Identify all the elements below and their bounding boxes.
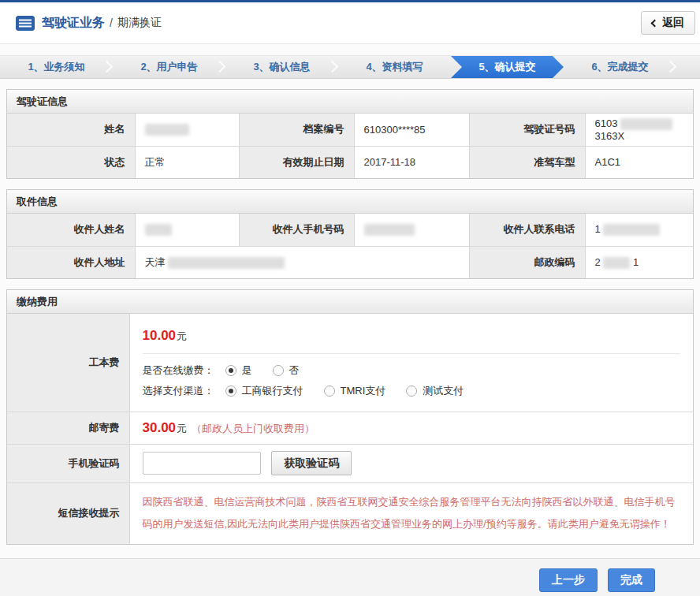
pickup-info-section: 取件信息 收件人姓名 收件人手机号码 收件人联系电话 1 收件人地址 天津 邮政… [6, 189, 694, 279]
status-value: 正常 [135, 146, 239, 178]
postal-suffix: 1 [633, 256, 639, 268]
sms-notice-text: 因陕西省联通、电信运营商技术问题，陕西省互联网交通安全综合服务管理平台无法向持陕… [143, 486, 681, 541]
page-title: 驾驶证业务 [42, 15, 105, 32]
table-row: 邮寄费 30.00元（邮政人员上门收取费用） [7, 412, 693, 444]
sms-notice-cell: 因陕西省联通、电信运营商技术问题，陕西省互联网交通安全综合服务管理平台无法向持陕… [129, 482, 693, 544]
mail-fee-value: 30.00元（邮政人员上门收取费用） [129, 412, 693, 444]
redacted-value [620, 118, 672, 130]
redacted-value [145, 224, 172, 236]
sms-code-input[interactable] [143, 452, 261, 475]
step-4-fill-data[interactable]: 4、资料填写 [338, 56, 451, 78]
address-prefix: 天津 [145, 256, 166, 268]
license-number-label: 驾驶证号码 [469, 114, 585, 146]
valid-until-value: 2017-11-18 [354, 146, 469, 178]
radio-unselected-icon [273, 365, 284, 376]
radio-option-yes[interactable]: 是 [225, 363, 252, 378]
postal-code-label: 邮政编码 [469, 246, 585, 278]
online-payment-question-row: 是否在线缴费： 是 否 [143, 363, 681, 378]
production-fee-unit: 元 [177, 330, 187, 342]
payment-channel-question-row: 选择支付渠道： 工商银行支付 TMRI支付 测试支付 [143, 384, 681, 398]
radio-option-icbc-pay[interactable]: 工商银行支付 [225, 384, 303, 398]
fees-section: 缴纳费用 工本费 10.00元 是否在线缴费： 是 否 [6, 289, 694, 545]
pickup-section-title: 取件信息 [7, 190, 693, 214]
redacted-value [603, 224, 660, 236]
phone-prefix: 1 [595, 223, 601, 235]
radio-option-test-pay[interactable]: 测试支付 [406, 384, 464, 398]
radio-option-tmri-pay[interactable]: TMRI支付 [324, 384, 386, 398]
status-label: 状态 [7, 146, 135, 178]
mail-fee-label: 邮寄费 [7, 412, 129, 444]
table-row: 短信接收提示 因陕西省联通、电信运营商技术问题，陕西省互联网交通安全综合服务管理… [7, 482, 693, 544]
footer-action-bar: 上一步 完成 [0, 558, 700, 596]
get-sms-code-button[interactable]: 获取验证码 [271, 451, 352, 475]
radio-option-no[interactable]: 否 [273, 363, 300, 378]
step-5-confirm-submit-active[interactable]: 5、确认提交 [451, 56, 564, 78]
file-number-label: 档案编号 [239, 114, 354, 146]
name-label: 姓名 [7, 114, 135, 146]
table-row: 姓名 档案编号 610300****85 驾驶证号码 6103 3163X [7, 114, 693, 146]
sms-notice-label: 短信接收提示 [7, 482, 129, 544]
table-row: 手机验证码 获取验证码 [7, 444, 693, 482]
recipient-name-value [135, 214, 239, 246]
recipient-phone-label: 收件人联系电话 [469, 214, 585, 246]
divider [143, 353, 681, 354]
license-info-section: 驾驶证信息 姓名 档案编号 610300****85 驾驶证号码 6103 31… [6, 89, 694, 179]
mail-fee-unit: 元 [177, 423, 187, 434]
license-section-title: 驾驶证信息 [7, 90, 693, 114]
radio-selected-icon [225, 386, 236, 397]
pickup-info-table: 收件人姓名 收件人手机号码 收件人联系电话 1 收件人地址 天津 邮政编码 2 … [7, 214, 693, 278]
radio-option-yes-label: 是 [242, 363, 252, 378]
license-info-table: 姓名 档案编号 610300****85 驾驶证号码 6103 3163X 状态… [7, 114, 693, 178]
postal-code-value: 2 1 [585, 246, 693, 278]
payment-channel-question: 选择支付渠道： [143, 384, 214, 398]
recipient-name-label: 收件人姓名 [7, 214, 135, 246]
step-1-business-notice[interactable]: 1、业务须知 [0, 56, 113, 78]
radio-unselected-icon [324, 386, 335, 397]
finish-button[interactable]: 完成 [608, 568, 655, 592]
redacted-value [168, 257, 285, 269]
license-number-value: 6103 3163X [585, 114, 693, 146]
chevron-left-icon [651, 20, 659, 28]
valid-until-label: 有效期止日期 [239, 146, 354, 178]
page-header: 驾驶证业务 / 期满换证 返回 [0, 2, 700, 44]
step-2-user-declaration[interactable]: 2、用户申告 [113, 56, 225, 78]
radio-option-test-label: 测试支付 [423, 384, 464, 398]
radio-option-icbc-label: 工商银行支付 [242, 384, 303, 398]
radio-unselected-icon [406, 386, 417, 397]
step-3-confirm-info[interactable]: 3、确认信息 [225, 56, 338, 78]
recipient-address-label: 收件人地址 [7, 246, 135, 278]
table-row: 状态 正常 有效期止日期 2017-11-18 准驾车型 A1C1 [7, 146, 693, 178]
previous-step-button[interactable]: 上一步 [539, 568, 598, 592]
sms-code-label: 手机验证码 [7, 444, 129, 482]
fees-section-title: 缴纳费用 [7, 290, 693, 314]
postal-prefix: 2 [595, 256, 601, 268]
radio-selected-icon [225, 365, 236, 376]
recipient-mobile-label: 收件人手机号码 [239, 214, 354, 246]
mail-fee-amount: 30.00 [143, 420, 177, 435]
name-value [135, 114, 239, 146]
breadcrumb: 驾驶证业务 / 期满换证 [16, 15, 641, 32]
recipient-phone-value: 1 [585, 214, 693, 246]
file-number-value: 610300****85 [354, 114, 469, 146]
back-button[interactable]: 返回 [641, 11, 695, 35]
production-fee-amount-line: 10.00元 [143, 328, 681, 344]
wizard-steps: 1、业务须知 2、用户申告 3、确认信息 4、资料填写 5、确认提交 6、完成提… [0, 55, 700, 79]
license-number-suffix: 3163X [595, 130, 625, 142]
page-subtitle: 期满换证 [117, 16, 162, 30]
table-row: 收件人地址 天津 邮政编码 2 1 [7, 246, 693, 278]
vehicle-type-label: 准驾车型 [469, 146, 585, 178]
back-button-label: 返回 [662, 16, 684, 30]
production-fee-amount: 10.00 [143, 328, 177, 343]
license-list-icon [16, 16, 35, 31]
production-fee-value: 10.00元 是否在线缴费： 是 否 选择支付渠道： [129, 314, 693, 412]
redacted-value [364, 224, 415, 236]
step-6-complete-submit[interactable]: 6、完成提交 [564, 56, 676, 78]
fees-table: 工本费 10.00元 是否在线缴费： 是 否 [7, 314, 693, 544]
breadcrumb-divider: / [110, 17, 113, 29]
redacted-value [145, 124, 189, 136]
production-fee-label: 工本费 [7, 314, 129, 412]
radio-option-no-label: 否 [289, 363, 300, 378]
recipient-mobile-value [354, 214, 469, 246]
table-row: 工本费 10.00元 是否在线缴费： 是 否 [7, 314, 693, 412]
sms-code-field-cell: 获取验证码 [129, 444, 693, 482]
